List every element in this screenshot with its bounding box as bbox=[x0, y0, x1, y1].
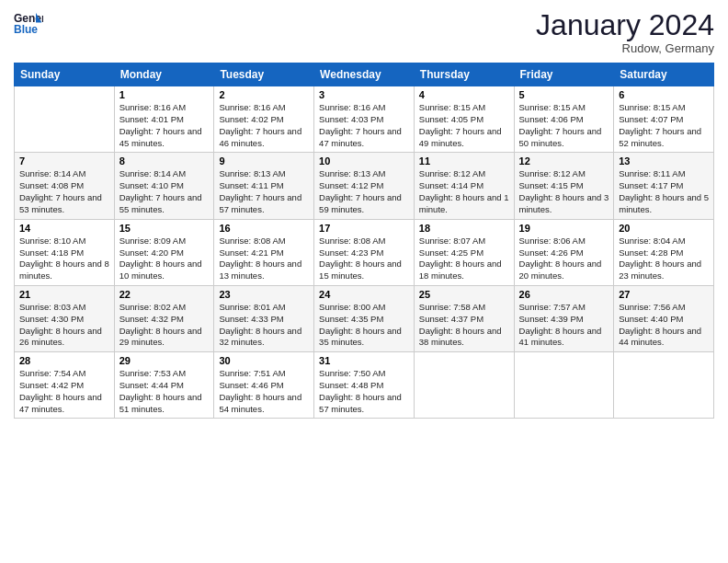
day-number: 18 bbox=[419, 223, 509, 234]
day-info: Sunrise: 8:15 AMSunset: 4:06 PMDaylight:… bbox=[519, 102, 609, 149]
cell-4-4 bbox=[414, 352, 514, 419]
day-number: 10 bbox=[319, 155, 409, 167]
cell-1-4: 11Sunrise: 8:12 AMSunset: 4:14 PMDayligh… bbox=[414, 153, 514, 219]
day-number: 28 bbox=[19, 355, 109, 366]
day-info: Sunrise: 8:09 AMSunset: 4:20 PMDaylight:… bbox=[119, 236, 210, 282]
cell-4-0: 28Sunrise: 7:54 AMSunset: 4:42 PMDayligh… bbox=[15, 352, 115, 419]
day-info: Sunrise: 7:58 AMSunset: 4:37 PMDaylight:… bbox=[419, 302, 509, 349]
col-saturday: Saturday bbox=[614, 63, 714, 86]
cell-4-6 bbox=[614, 352, 714, 419]
cell-3-3: 24Sunrise: 8:00 AMSunset: 4:35 PMDayligh… bbox=[314, 285, 415, 351]
cell-4-2: 30Sunrise: 7:51 AMSunset: 4:46 PMDayligh… bbox=[214, 352, 314, 419]
day-info: Sunrise: 8:16 AMSunset: 4:01 PMDaylight:… bbox=[119, 102, 210, 149]
day-info: Sunrise: 8:15 AMSunset: 4:07 PMDaylight:… bbox=[619, 102, 709, 149]
day-info: Sunrise: 8:15 AMSunset: 4:05 PMDaylight:… bbox=[419, 102, 509, 149]
day-number: 3 bbox=[319, 89, 409, 100]
day-number: 24 bbox=[319, 289, 409, 300]
day-number: 30 bbox=[219, 355, 309, 366]
logo: General Blue bbox=[14, 9, 47, 39]
day-number: 12 bbox=[519, 155, 609, 167]
day-info: Sunrise: 8:14 AMSunset: 4:10 PMDaylight:… bbox=[119, 168, 210, 215]
day-info: Sunrise: 8:14 AMSunset: 4:08 PMDaylight:… bbox=[19, 168, 109, 215]
cell-3-0: 21Sunrise: 8:03 AMSunset: 4:30 PMDayligh… bbox=[15, 285, 115, 351]
week-row-2: 14Sunrise: 8:10 AMSunset: 4:18 PMDayligh… bbox=[15, 219, 714, 285]
cell-0-3: 3Sunrise: 8:16 AMSunset: 4:03 PMDaylight… bbox=[314, 86, 415, 153]
day-number: 2 bbox=[219, 89, 309, 100]
day-info: Sunrise: 8:02 AMSunset: 4:32 PMDaylight:… bbox=[119, 302, 210, 349]
day-number: 7 bbox=[19, 155, 109, 167]
day-number: 20 bbox=[619, 223, 709, 234]
day-number: 14 bbox=[19, 223, 109, 234]
day-number: 22 bbox=[119, 289, 210, 300]
cell-0-4: 4Sunrise: 8:15 AMSunset: 4:05 PMDaylight… bbox=[414, 86, 514, 153]
day-info: Sunrise: 8:16 AMSunset: 4:03 PMDaylight:… bbox=[319, 102, 409, 149]
cell-3-6: 27Sunrise: 7:56 AMSunset: 4:40 PMDayligh… bbox=[614, 285, 714, 351]
day-info: Sunrise: 7:50 AMSunset: 4:48 PMDaylight:… bbox=[319, 368, 409, 415]
cell-1-1: 8Sunrise: 8:14 AMSunset: 4:10 PMDaylight… bbox=[114, 153, 214, 219]
day-number: 29 bbox=[119, 355, 210, 366]
logo-icon: General Blue bbox=[14, 9, 43, 39]
cell-2-6: 20Sunrise: 8:04 AMSunset: 4:28 PMDayligh… bbox=[614, 219, 714, 285]
week-row-4: 28Sunrise: 7:54 AMSunset: 4:42 PMDayligh… bbox=[15, 352, 714, 419]
cell-4-1: 29Sunrise: 7:53 AMSunset: 4:44 PMDayligh… bbox=[114, 352, 214, 419]
cell-1-3: 10Sunrise: 8:13 AMSunset: 4:12 PMDayligh… bbox=[314, 153, 415, 219]
day-number: 26 bbox=[519, 289, 609, 300]
header-row: Sunday Monday Tuesday Wednesday Thursday… bbox=[15, 63, 714, 86]
day-info: Sunrise: 8:12 AMSunset: 4:15 PMDaylight:… bbox=[519, 168, 609, 215]
day-number: 17 bbox=[319, 223, 409, 234]
day-info: Sunrise: 8:13 AMSunset: 4:12 PMDaylight:… bbox=[319, 168, 409, 215]
cell-0-0 bbox=[15, 86, 115, 153]
month-title: January 2024 bbox=[536, 9, 714, 41]
cell-3-2: 23Sunrise: 8:01 AMSunset: 4:33 PMDayligh… bbox=[214, 285, 314, 351]
day-info: Sunrise: 8:13 AMSunset: 4:11 PMDaylight:… bbox=[219, 168, 309, 215]
cell-2-3: 17Sunrise: 8:08 AMSunset: 4:23 PMDayligh… bbox=[314, 219, 415, 285]
cell-2-5: 19Sunrise: 8:06 AMSunset: 4:26 PMDayligh… bbox=[514, 219, 614, 285]
day-number: 13 bbox=[619, 155, 709, 167]
cell-2-0: 14Sunrise: 8:10 AMSunset: 4:18 PMDayligh… bbox=[15, 219, 115, 285]
svg-text:Blue: Blue bbox=[14, 23, 38, 36]
day-number: 8 bbox=[119, 155, 210, 167]
day-number: 6 bbox=[619, 89, 709, 100]
day-number: 1 bbox=[119, 89, 210, 100]
cell-2-1: 15Sunrise: 8:09 AMSunset: 4:20 PMDayligh… bbox=[114, 219, 214, 285]
header: General Blue January 2024 Rudow, Germany bbox=[14, 9, 714, 55]
day-number: 11 bbox=[419, 155, 509, 167]
cell-1-0: 7Sunrise: 8:14 AMSunset: 4:08 PMDaylight… bbox=[15, 153, 115, 219]
col-friday: Friday bbox=[514, 63, 614, 86]
week-row-3: 21Sunrise: 8:03 AMSunset: 4:30 PMDayligh… bbox=[15, 285, 714, 351]
title-block: January 2024 Rudow, Germany bbox=[536, 9, 714, 55]
day-info: Sunrise: 8:12 AMSunset: 4:14 PMDaylight:… bbox=[419, 168, 509, 215]
day-number: 16 bbox=[219, 223, 309, 234]
cell-4-5 bbox=[514, 352, 614, 419]
day-number: 4 bbox=[419, 89, 509, 100]
day-number: 25 bbox=[419, 289, 509, 300]
cell-0-6: 6Sunrise: 8:15 AMSunset: 4:07 PMDaylight… bbox=[614, 86, 714, 153]
week-row-0: 1Sunrise: 8:16 AMSunset: 4:01 PMDaylight… bbox=[15, 86, 714, 153]
week-row-1: 7Sunrise: 8:14 AMSunset: 4:08 PMDaylight… bbox=[15, 153, 714, 219]
day-info: Sunrise: 8:00 AMSunset: 4:35 PMDaylight:… bbox=[319, 302, 409, 349]
col-sunday: Sunday bbox=[15, 63, 115, 86]
day-info: Sunrise: 8:08 AMSunset: 4:21 PMDaylight:… bbox=[219, 236, 309, 282]
cell-0-1: 1Sunrise: 8:16 AMSunset: 4:01 PMDaylight… bbox=[114, 86, 214, 153]
day-info: Sunrise: 8:08 AMSunset: 4:23 PMDaylight:… bbox=[319, 236, 409, 282]
cell-1-5: 12Sunrise: 8:12 AMSunset: 4:15 PMDayligh… bbox=[514, 153, 614, 219]
day-info: Sunrise: 8:06 AMSunset: 4:26 PMDaylight:… bbox=[519, 236, 609, 282]
cell-3-4: 25Sunrise: 7:58 AMSunset: 4:37 PMDayligh… bbox=[414, 285, 514, 351]
col-wednesday: Wednesday bbox=[314, 63, 415, 86]
day-number: 23 bbox=[219, 289, 309, 300]
day-info: Sunrise: 8:11 AMSunset: 4:17 PMDaylight:… bbox=[619, 168, 709, 215]
day-number: 19 bbox=[519, 223, 609, 234]
cell-2-4: 18Sunrise: 8:07 AMSunset: 4:25 PMDayligh… bbox=[414, 219, 514, 285]
day-info: Sunrise: 8:03 AMSunset: 4:30 PMDaylight:… bbox=[19, 302, 109, 349]
day-info: Sunrise: 7:51 AMSunset: 4:46 PMDaylight:… bbox=[219, 368, 309, 415]
day-info: Sunrise: 8:10 AMSunset: 4:18 PMDaylight:… bbox=[19, 236, 109, 282]
subtitle: Rudow, Germany bbox=[536, 41, 714, 55]
col-tuesday: Tuesday bbox=[214, 63, 314, 86]
day-info: Sunrise: 7:54 AMSunset: 4:42 PMDaylight:… bbox=[19, 368, 109, 415]
cell-2-2: 16Sunrise: 8:08 AMSunset: 4:21 PMDayligh… bbox=[214, 219, 314, 285]
calendar-table: Sunday Monday Tuesday Wednesday Thursday… bbox=[14, 63, 714, 419]
day-number: 27 bbox=[619, 289, 709, 300]
cell-3-5: 26Sunrise: 7:57 AMSunset: 4:39 PMDayligh… bbox=[514, 285, 614, 351]
day-info: Sunrise: 7:57 AMSunset: 4:39 PMDaylight:… bbox=[519, 302, 609, 349]
day-number: 9 bbox=[219, 155, 309, 167]
